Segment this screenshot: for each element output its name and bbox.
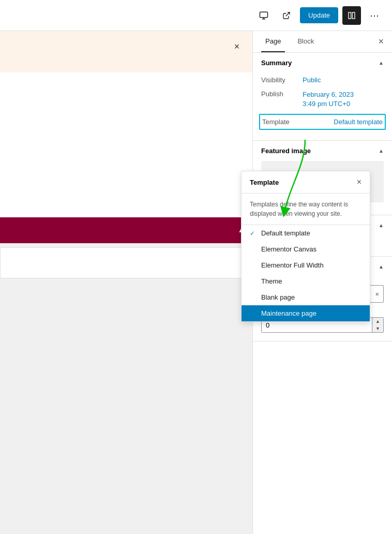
featured-image-header[interactable]: Featured image ▲ bbox=[253, 141, 392, 161]
external-link-button[interactable] bbox=[277, 6, 296, 25]
check-icon: ✓ bbox=[250, 230, 257, 237]
tab-page[interactable]: Page bbox=[261, 31, 285, 52]
visibility-value[interactable]: Public bbox=[303, 76, 321, 84]
template-panel-close-button[interactable]: × bbox=[357, 177, 361, 187]
summary-chevron-icon: ▲ bbox=[379, 60, 384, 66]
template-option-default[interactable]: ✓ Default template bbox=[242, 225, 370, 241]
sidebar-close-button[interactable]: × bbox=[378, 31, 384, 52]
toolbar: Update ⋯ bbox=[0, 0, 392, 31]
visibility-row: Visibility Public bbox=[261, 73, 384, 87]
summary-section-header[interactable]: Summary ▲ bbox=[253, 53, 392, 73]
template-option-maintenance-page[interactable]: Maintenance page bbox=[242, 305, 370, 321]
order-decrement-button[interactable]: ▼ bbox=[372, 325, 383, 332]
template-option-elementor-canvas[interactable]: Elementor Canvas bbox=[242, 241, 370, 257]
summary-section: Summary ▲ Visibility Public Publish Febr… bbox=[253, 53, 392, 141]
svg-rect-2 bbox=[349, 12, 351, 19]
template-option-blank-page[interactable]: Blank page bbox=[242, 289, 370, 305]
template-dropdown-panel: Template × Templates define the way cont… bbox=[241, 171, 370, 322]
publish-value[interactable]: February 6, 20233:49 pm UTC+0 bbox=[303, 90, 354, 109]
svg-rect-0 bbox=[260, 12, 268, 18]
template-panel-header: Template × bbox=[242, 171, 370, 194]
page-content-area bbox=[0, 72, 252, 217]
desktop-view-button[interactable] bbox=[254, 6, 273, 25]
tab-block[interactable]: Block bbox=[293, 31, 318, 52]
summary-section-body: Visibility Public Publish February 6, 20… bbox=[253, 73, 392, 140]
beige-header-bar: × bbox=[0, 31, 252, 72]
template-panel-description: Templates define the way content is disp… bbox=[242, 194, 370, 225]
svg-rect-3 bbox=[352, 12, 355, 19]
main-content-area: × ▲ bbox=[0, 31, 252, 534]
template-row[interactable]: Template Default template bbox=[259, 114, 386, 130]
discussion-chevron-icon: ▲ bbox=[379, 222, 384, 228]
order-increment-button[interactable]: ▲ bbox=[372, 318, 383, 325]
template-option-elementor-full-width[interactable]: Elementor Full Width bbox=[242, 257, 370, 273]
bottom-white-bar bbox=[0, 247, 252, 278]
update-button[interactable]: Update bbox=[300, 7, 338, 23]
svg-line-1 bbox=[286, 12, 290, 16]
template-option-theme[interactable]: Theme bbox=[242, 273, 370, 289]
featured-image-chevron-icon: ▲ bbox=[379, 148, 384, 154]
template-value[interactable]: Default template bbox=[334, 118, 383, 126]
maroon-bar: ▲ bbox=[0, 217, 252, 243]
clear-parent-page-icon[interactable]: × bbox=[375, 290, 379, 298]
order-spinners: ▲ ▼ bbox=[372, 318, 383, 332]
publish-row: Publish February 6, 20233:49 pm UTC+0 bbox=[261, 87, 384, 112]
sidebar-tabs: Page Block × bbox=[253, 31, 392, 53]
page-attributes-chevron-icon: ▲ bbox=[379, 264, 384, 270]
close-panel-button[interactable]: × bbox=[230, 39, 244, 54]
more-options-button[interactable]: ⋯ bbox=[365, 6, 384, 25]
view-toggle-button[interactable] bbox=[342, 6, 361, 25]
